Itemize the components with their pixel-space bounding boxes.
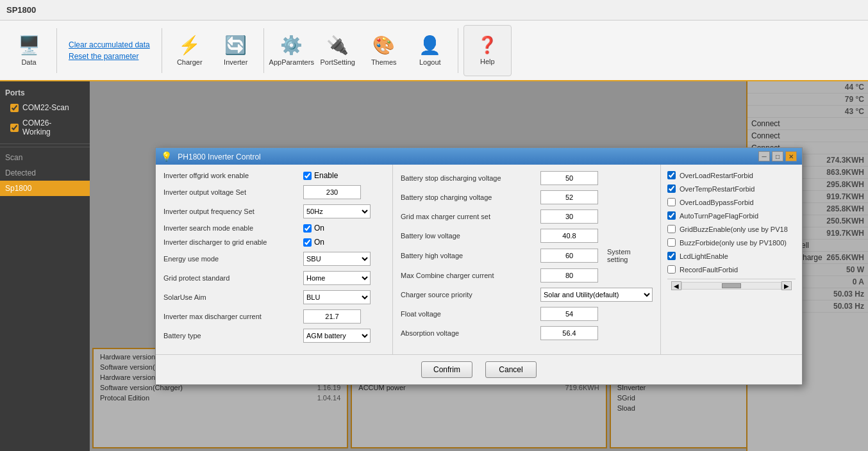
sidebar-detected: Detected: [0, 165, 90, 181]
overload-bypass-label: OverLoadBypassForbid: [680, 199, 754, 206]
batt-stop-charge-label: Battery stop charging voltage: [401, 193, 535, 201]
toolbar-separator-1: [56, 28, 57, 73]
search-mode-value: On: [314, 224, 324, 233]
discharger-row: Inverter discharger to grid enable On: [163, 238, 385, 247]
batt-high-input[interactable]: [540, 249, 598, 263]
batt-stop-discharge-input[interactable]: [540, 171, 598, 185]
overload-bypass-row: OverLoadBypassForbid: [667, 198, 796, 206]
max-combine-input[interactable]: [540, 268, 598, 283]
absorption-row: Absorption voltage: [401, 326, 653, 340]
cancel-button[interactable]: Cancel: [485, 361, 537, 378]
sidebar-item-com26[interactable]: COM26-Working: [5, 115, 85, 140]
discharger-value: On: [314, 238, 324, 247]
max-discharger-input[interactable]: [303, 309, 361, 324]
help-button[interactable]: ❓ Help: [463, 25, 512, 76]
battery-type-select[interactable]: AGM battery Flooded User defined: [303, 329, 371, 343]
grid-buzz-checkbox[interactable]: [667, 225, 676, 233]
grid-standard-label: Grid protect standard: [163, 274, 298, 282]
maximize-button[interactable]: □: [772, 151, 783, 161]
batt-high-row: Battery high voltage System setting: [401, 248, 653, 263]
modal-body: Inverter offgrid work enable Enable Inve…: [156, 165, 802, 354]
scroll-track[interactable]: [681, 282, 781, 290]
output-freq-select[interactable]: 50Hz 60Hz: [303, 204, 371, 218]
scroll-thumb[interactable]: [722, 283, 742, 288]
grid-standard-row: Grid protect standard Home APL: [163, 271, 385, 285]
output-freq-row: Inverter output frequency Set 50Hz 60Hz: [163, 204, 385, 218]
grid-max-charger-input[interactable]: [540, 209, 598, 224]
grid-buzz-label: GridBuzzEnable(only use by PV18: [680, 226, 788, 233]
portsetting-button[interactable]: 🔌 PortSetting: [315, 25, 360, 76]
sidebar-ports-section: Ports COM22-Scan COM26-Working: [0, 85, 90, 144]
scroll-left-arrow[interactable]: ◀: [671, 281, 681, 290]
confirm-button[interactable]: Confrim: [421, 361, 472, 378]
main-area: Ports COM22-Scan COM26-Working Scan Dete…: [0, 81, 868, 451]
discharger-label: Inverter discharger to grid enable: [163, 238, 298, 246]
output-voltage-input[interactable]: [303, 185, 361, 199]
offgrid-label: Inverter offgrid work enable: [163, 172, 298, 179]
solaruse-select[interactable]: BLU GRD: [303, 290, 371, 304]
lcd-light-label: LcdLightEnable: [680, 252, 728, 260]
sidebar-item-com22[interactable]: COM22-Scan: [5, 100, 85, 115]
system-setting-label: System setting: [607, 248, 653, 263]
batt-high-label: Battery high voltage: [401, 252, 535, 259]
scroll-right-arrow[interactable]: ▶: [781, 281, 792, 290]
modal-title: PH1800 Inverter Control: [178, 152, 260, 161]
overload-restart-label: OverLoadRestartForbid: [680, 172, 753, 179]
overload-bypass-checkbox[interactable]: [667, 198, 676, 206]
lcd-light-checkbox[interactable]: [667, 252, 676, 260]
grid-standard-select[interactable]: Home APL: [303, 271, 371, 285]
buzz-forbid-checkbox[interactable]: [667, 238, 676, 247]
modal-dialog: 💡 PH1800 Inverter Control ─ □ ✕: [155, 147, 803, 385]
auto-turn-row: AutoTurnPageFlagForbid: [667, 211, 796, 220]
max-combine-row: Max Combine charger current: [401, 268, 653, 283]
record-fault-row: RecordFaultForbid: [667, 265, 796, 274]
modal-left-column: Inverter offgrid work enable Enable Inve…: [156, 165, 393, 354]
modal-title-icon: 💡: [161, 151, 172, 161]
batt-low-input[interactable]: [540, 229, 598, 243]
toolbar: 🖥️ Data Clear accumulated data Reset the…: [0, 20, 868, 81]
sidebar-item-sp1800[interactable]: Sp1800: [0, 181, 90, 196]
reset-param-link[interactable]: Reset the parameter: [69, 52, 150, 61]
overload-restart-row: OverLoadRestartForbid: [667, 171, 796, 179]
charger-priority-select[interactable]: Solar and Utility(default) Solar first S…: [540, 288, 653, 302]
batt-low-row: Battery low voltage: [401, 229, 653, 243]
offgrid-checkbox[interactable]: [303, 172, 312, 180]
search-mode-checkbox[interactable]: [303, 224, 312, 233]
com26-checkbox[interactable]: [10, 124, 19, 132]
close-button[interactable]: ✕: [785, 151, 797, 161]
search-mode-row: Inverter search mode enable On: [163, 224, 385, 233]
solaruse-row: SolarUse Aim BLU GRD: [163, 290, 385, 304]
overload-restart-checkbox[interactable]: [667, 171, 676, 179]
charger-button[interactable]: ⚡ Charger: [167, 25, 212, 76]
window-buttons: ─ □ ✕: [758, 151, 797, 161]
modal-scrollbar: ◀ ▶: [667, 279, 796, 292]
charger-priority-label: Charger source priority: [401, 291, 535, 299]
modal-footer: Confrim Cancel: [156, 354, 802, 384]
batt-stop-charge-input[interactable]: [540, 190, 598, 204]
batt-low-label: Battery low voltage: [401, 232, 535, 240]
toolbar-separator-4: [458, 28, 458, 73]
sidebar-divider: [0, 147, 90, 147]
overtemp-restart-label: OverTempRestartForbid: [680, 185, 755, 193]
logout-button[interactable]: 👤 Logout: [408, 25, 453, 76]
auto-turn-checkbox[interactable]: [667, 211, 676, 220]
themes-button[interactable]: 🎨 Themes: [362, 25, 406, 76]
data-button[interactable]: 🖥️ Data: [6, 25, 51, 76]
app-title: SP1800: [6, 5, 36, 15]
inverter-button[interactable]: 🔄 Inverter: [213, 25, 258, 76]
max-combine-label: Max Combine charger current: [401, 272, 535, 279]
discharger-checkbox[interactable]: [303, 238, 312, 247]
record-fault-checkbox[interactable]: [667, 265, 676, 274]
content-area: Hardware version(Inverter)1.01.01Softwar…: [90, 81, 868, 451]
absorption-input[interactable]: [540, 326, 598, 340]
energy-mode-select[interactable]: SBU SUB UTI: [303, 252, 371, 266]
com22-checkbox[interactable]: [10, 104, 19, 112]
float-voltage-row: Float voltage: [401, 307, 653, 321]
minimize-button[interactable]: ─: [758, 151, 770, 161]
search-mode-group: On: [303, 224, 324, 233]
float-voltage-input[interactable]: [540, 307, 598, 321]
record-fault-label: RecordFaultForbid: [680, 266, 738, 274]
appparams-button[interactable]: ⚙️ AppParamters: [269, 25, 314, 76]
clear-data-link[interactable]: Clear accumulated data: [69, 40, 150, 49]
overtemp-restart-checkbox[interactable]: [667, 184, 676, 193]
